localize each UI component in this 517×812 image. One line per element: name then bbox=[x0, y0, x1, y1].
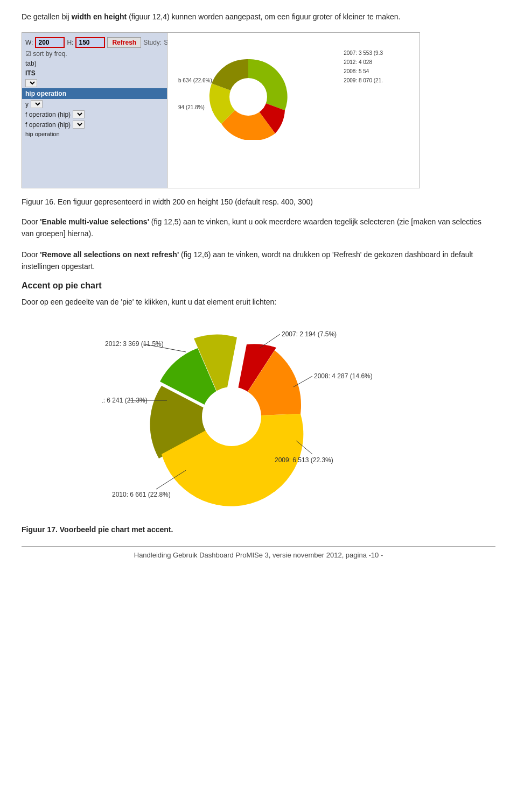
its-label: ITS bbox=[25, 69, 36, 77]
f-row1: f operation (hip) ▼ bbox=[22, 109, 167, 119]
tab-row: tab) bbox=[22, 59, 167, 68]
figure16-left-panel: W: H: Refresh Study: Study: ☑ sort by fr… bbox=[22, 33, 167, 188]
para-remove-bold: 'Remove all selections on next refresh' bbox=[40, 250, 179, 259]
its-row: ITS bbox=[22, 68, 167, 78]
figure16-pie-svg bbox=[205, 54, 291, 140]
hip-bottom-label: hip operation bbox=[25, 131, 60, 137]
legend-item-2: 2012: 4 028 bbox=[344, 58, 383, 67]
legend-item-4: 2009: 8 070 (21. bbox=[344, 76, 383, 85]
chart-right-legend: 2007: 3 553 (9.3 2012: 4 028 2008: 5 54 … bbox=[344, 48, 383, 85]
para-enable-bold: 'Enable multi-value selections' bbox=[40, 217, 149, 226]
w-label: W: bbox=[25, 39, 33, 46]
y-row: y ▼ bbox=[22, 99, 167, 109]
tab-label: tab) bbox=[25, 60, 37, 67]
figure16-box: W: H: Refresh Study: Study: ☑ sort by fr… bbox=[22, 32, 420, 188]
svg-text:2009: 6 513 (22.3%): 2009: 6 513 (22.3%) bbox=[275, 456, 333, 464]
fig-wh-row: W: H: Refresh Study: Study: bbox=[22, 36, 167, 49]
svg-point-1 bbox=[229, 78, 267, 116]
svg-text:2008: 4 287 (14.6%): 2008: 4 287 (14.6%) bbox=[314, 372, 373, 380]
para-remove: Door 'Remove all selections on next refr… bbox=[22, 249, 495, 273]
sort-label: ☑ sort by freq. bbox=[25, 50, 67, 58]
figure17-svg: 2012: 3 369 (11.5%) 2007: 2 194 (7.5%) 2… bbox=[102, 317, 415, 516]
study-label: Study: bbox=[143, 39, 162, 46]
dropdown-row1: ▼ bbox=[22, 78, 167, 88]
svg-text:2007: 2 194 (7.5%): 2007: 2 194 (7.5%) bbox=[282, 330, 337, 338]
dropdown1[interactable]: ▼ bbox=[25, 79, 37, 87]
hip-row: hip operation bbox=[22, 88, 167, 99]
para-remove-before: Door bbox=[22, 250, 40, 259]
sort-row: ☑ sort by freq. bbox=[22, 49, 167, 59]
h-label: H: bbox=[67, 39, 73, 46]
para-enable-before: Door bbox=[22, 217, 40, 226]
svg-text:2012: 3 369 (11.5%): 2012: 3 369 (11.5%) bbox=[105, 340, 164, 348]
figure17-box: 2012: 3 369 (11.5%) 2007: 2 194 (7.5%) 2… bbox=[102, 317, 415, 516]
y-label: y bbox=[25, 101, 29, 108]
legend-item-3: 2008: 5 54 bbox=[344, 67, 383, 76]
intro-paragraph: De getallen bij width en height (figuur … bbox=[22, 11, 495, 23]
legend-item-1: 2007: 3 553 (9.3 bbox=[344, 48, 383, 58]
section-accent-heading: Accent op pie chart bbox=[22, 281, 495, 291]
caption16-text: Figuur 16. Een figuur gepresenteerd in w… bbox=[22, 197, 313, 206]
section-accent-text: Door op een gedeelte van de 'pie' te kli… bbox=[22, 296, 495, 308]
svg-point-2 bbox=[202, 387, 261, 446]
f-op1-label: f operation (hip) bbox=[25, 111, 71, 118]
caption16: Figuur 16. Een figuur gepresenteerd in w… bbox=[22, 196, 495, 208]
hip-label: hip operation bbox=[25, 90, 66, 97]
f-dropdown1[interactable]: ▼ bbox=[73, 110, 85, 118]
hip-bottom-row: hip operation bbox=[22, 130, 167, 138]
refresh-button[interactable]: Refresh bbox=[107, 37, 141, 48]
svg-text:2011: 6 241 (21.3%): 2011: 6 241 (21.3%) bbox=[102, 397, 148, 404]
w-input[interactable] bbox=[35, 37, 65, 48]
figure16-chart: b 634 (22.6%) 94 (21.8%) bbox=[178, 43, 383, 178]
h-input[interactable] bbox=[75, 37, 105, 48]
intro-text-after: (figuur 12,4) kunnen worden aangepast, o… bbox=[127, 12, 400, 21]
f-op2-label: f operation (hip) bbox=[25, 121, 71, 129]
page-container: De getallen bij width en height (figuur … bbox=[0, 0, 517, 570]
caption17: Figuur 17. Voorbeeld pie chart met accen… bbox=[22, 524, 495, 535]
f-dropdown2[interactable]: ▼ bbox=[73, 121, 85, 129]
y-dropdown[interactable]: ▼ bbox=[31, 100, 43, 108]
svg-text:2010: 6 661 (22.8%): 2010: 6 661 (22.8%) bbox=[112, 491, 171, 498]
figure16-right-panel: b 634 (22.6%) 94 (21.8%) bbox=[167, 33, 420, 188]
para-enable: Door 'Enable multi-value selections' (fi… bbox=[22, 216, 495, 240]
intro-text-before: De getallen bij bbox=[22, 12, 72, 21]
caption17-text: Figuur 17. Voorbeeld pie chart met accen… bbox=[22, 525, 173, 534]
f-row2: f operation (hip) ▼ bbox=[22, 119, 167, 130]
footer-divider bbox=[22, 546, 495, 547]
intro-bold: width en height bbox=[72, 12, 127, 21]
footer-text: Handleiding Gebruik Dashboard ProMISe 3,… bbox=[22, 551, 495, 559]
